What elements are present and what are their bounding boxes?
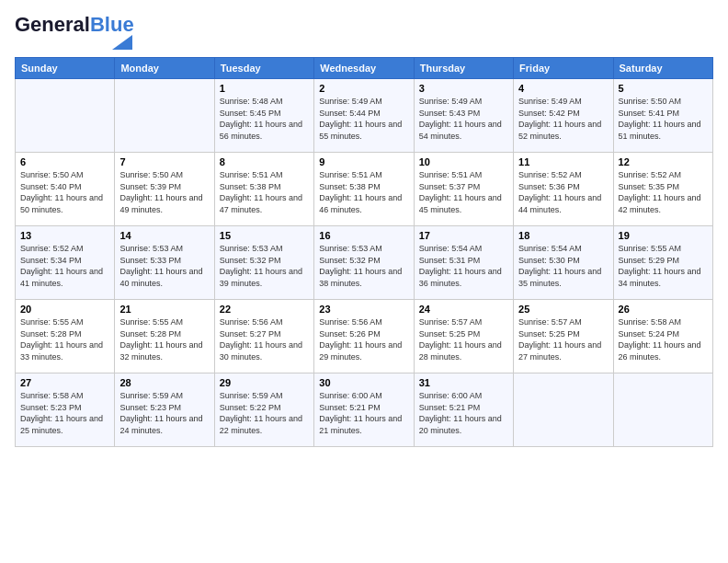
logo: General Blue xyxy=(15,15,134,50)
calendar-cell: 7Sunrise: 5:50 AM Sunset: 5:39 PM Daylig… xyxy=(115,153,214,226)
day-info: Sunrise: 5:57 AM Sunset: 5:25 PM Dayligh… xyxy=(419,316,508,362)
calendar-cell: 22Sunrise: 5:56 AM Sunset: 5:27 PM Dayli… xyxy=(214,300,313,373)
day-number: 30 xyxy=(319,377,408,388)
calendar-cell: 20Sunrise: 5:55 AM Sunset: 5:28 PM Dayli… xyxy=(16,300,115,373)
day-info: Sunrise: 5:50 AM Sunset: 5:39 PM Dayligh… xyxy=(119,169,209,215)
calendar-week-3: 20Sunrise: 5:55 AM Sunset: 5:28 PM Dayli… xyxy=(16,300,713,373)
day-info: Sunrise: 5:53 AM Sunset: 5:33 PM Dayligh… xyxy=(119,243,209,289)
header-day-tuesday: Tuesday xyxy=(214,58,313,79)
day-number: 13 xyxy=(20,230,109,241)
day-info: Sunrise: 6:00 AM Sunset: 5:21 PM Dayligh… xyxy=(419,390,508,436)
calendar-cell: 16Sunrise: 5:53 AM Sunset: 5:32 PM Dayli… xyxy=(314,226,414,300)
day-info: Sunrise: 5:51 AM Sunset: 5:38 PM Dayligh… xyxy=(319,169,408,215)
day-number: 14 xyxy=(119,230,209,241)
day-info: Sunrise: 5:54 AM Sunset: 5:31 PM Dayligh… xyxy=(419,243,508,289)
day-info: Sunrise: 5:56 AM Sunset: 5:26 PM Dayligh… xyxy=(319,316,408,362)
calendar-cell: 18Sunrise: 5:54 AM Sunset: 5:30 PM Dayli… xyxy=(514,226,613,300)
page-header: General Blue xyxy=(15,15,713,50)
day-info: Sunrise: 5:49 AM Sunset: 5:42 PM Dayligh… xyxy=(518,96,608,142)
calendar-cell: 23Sunrise: 5:56 AM Sunset: 5:26 PM Dayli… xyxy=(314,300,414,373)
day-info: Sunrise: 6:00 AM Sunset: 5:21 PM Dayligh… xyxy=(319,390,408,436)
calendar-cell: 6Sunrise: 5:50 AM Sunset: 5:40 PM Daylig… xyxy=(16,153,115,226)
day-info: Sunrise: 5:56 AM Sunset: 5:27 PM Dayligh… xyxy=(220,316,309,362)
day-number: 22 xyxy=(220,304,309,315)
calendar-week-1: 6Sunrise: 5:50 AM Sunset: 5:40 PM Daylig… xyxy=(16,153,713,226)
day-info: Sunrise: 5:55 AM Sunset: 5:28 PM Dayligh… xyxy=(119,316,209,362)
day-number: 10 xyxy=(419,156,508,167)
day-info: Sunrise: 5:58 AM Sunset: 5:23 PM Dayligh… xyxy=(20,390,109,436)
day-number: 8 xyxy=(220,156,309,167)
day-number: 20 xyxy=(20,304,109,315)
logo-blue: Blue xyxy=(90,15,134,35)
header-day-friday: Friday xyxy=(514,58,613,79)
day-info: Sunrise: 5:55 AM Sunset: 5:28 PM Dayligh… xyxy=(20,316,109,362)
day-info: Sunrise: 5:52 AM Sunset: 5:35 PM Dayligh… xyxy=(619,169,708,215)
day-number: 25 xyxy=(518,304,608,315)
day-info: Sunrise: 5:49 AM Sunset: 5:44 PM Dayligh… xyxy=(319,96,408,142)
calendar-cell xyxy=(613,373,712,447)
day-number: 24 xyxy=(419,304,508,315)
calendar-cell: 26Sunrise: 5:58 AM Sunset: 5:24 PM Dayli… xyxy=(613,300,712,373)
logo-general: General xyxy=(15,15,90,35)
calendar-cell: 25Sunrise: 5:57 AM Sunset: 5:25 PM Dayli… xyxy=(514,300,613,373)
calendar-cell xyxy=(16,79,115,153)
day-info: Sunrise: 5:53 AM Sunset: 5:32 PM Dayligh… xyxy=(319,243,408,289)
calendar-cell: 11Sunrise: 5:52 AM Sunset: 5:36 PM Dayli… xyxy=(514,153,613,226)
day-info: Sunrise: 5:48 AM Sunset: 5:45 PM Dayligh… xyxy=(220,96,309,142)
day-info: Sunrise: 5:50 AM Sunset: 5:40 PM Dayligh… xyxy=(20,169,109,215)
day-number: 26 xyxy=(619,304,708,315)
day-info: Sunrise: 5:49 AM Sunset: 5:43 PM Dayligh… xyxy=(419,96,508,142)
day-number: 2 xyxy=(319,83,408,94)
day-info: Sunrise: 5:59 AM Sunset: 5:22 PM Dayligh… xyxy=(220,390,309,436)
day-number: 27 xyxy=(20,377,109,388)
calendar-cell xyxy=(115,79,214,153)
calendar-cell: 29Sunrise: 5:59 AM Sunset: 5:22 PM Dayli… xyxy=(214,373,313,447)
day-number: 3 xyxy=(419,83,508,94)
calendar-cell: 14Sunrise: 5:53 AM Sunset: 5:33 PM Dayli… xyxy=(115,226,214,300)
calendar-cell: 30Sunrise: 6:00 AM Sunset: 5:21 PM Dayli… xyxy=(314,373,414,447)
day-info: Sunrise: 5:52 AM Sunset: 5:36 PM Dayligh… xyxy=(518,169,608,215)
day-number: 15 xyxy=(220,230,309,241)
calendar-cell: 31Sunrise: 6:00 AM Sunset: 5:21 PM Dayli… xyxy=(414,373,513,447)
header-day-thursday: Thursday xyxy=(414,58,513,79)
day-number: 4 xyxy=(518,83,608,94)
header-day-wednesday: Wednesday xyxy=(314,58,414,79)
day-number: 1 xyxy=(220,83,309,94)
day-number: 29 xyxy=(220,377,309,388)
day-info: Sunrise: 5:55 AM Sunset: 5:29 PM Dayligh… xyxy=(619,243,708,289)
calendar-table: SundayMondayTuesdayWednesdayThursdayFrid… xyxy=(15,57,713,447)
day-info: Sunrise: 5:59 AM Sunset: 5:23 PM Dayligh… xyxy=(119,390,209,436)
day-info: Sunrise: 5:54 AM Sunset: 5:30 PM Dayligh… xyxy=(518,243,608,289)
calendar-cell: 5Sunrise: 5:50 AM Sunset: 5:41 PM Daylig… xyxy=(613,79,712,153)
day-number: 16 xyxy=(319,230,408,241)
calendar-cell: 27Sunrise: 5:58 AM Sunset: 5:23 PM Dayli… xyxy=(16,373,115,447)
day-number: 9 xyxy=(319,156,408,167)
calendar-cell: 10Sunrise: 5:51 AM Sunset: 5:37 PM Dayli… xyxy=(414,153,513,226)
calendar-cell: 8Sunrise: 5:51 AM Sunset: 5:38 PM Daylig… xyxy=(214,153,313,226)
calendar-cell: 15Sunrise: 5:53 AM Sunset: 5:32 PM Dayli… xyxy=(214,226,313,300)
day-number: 5 xyxy=(619,83,708,94)
day-number: 18 xyxy=(518,230,608,241)
calendar-cell: 17Sunrise: 5:54 AM Sunset: 5:31 PM Dayli… xyxy=(414,226,513,300)
day-number: 12 xyxy=(619,156,708,167)
day-number: 31 xyxy=(419,377,508,388)
calendar-cell: 24Sunrise: 5:57 AM Sunset: 5:25 PM Dayli… xyxy=(414,300,513,373)
calendar-cell: 28Sunrise: 5:59 AM Sunset: 5:23 PM Dayli… xyxy=(115,373,214,447)
day-number: 21 xyxy=(119,304,209,315)
day-number: 19 xyxy=(619,230,708,241)
header-row: SundayMondayTuesdayWednesdayThursdayFrid… xyxy=(16,58,713,79)
calendar-cell xyxy=(514,373,613,447)
calendar-cell: 9Sunrise: 5:51 AM Sunset: 5:38 PM Daylig… xyxy=(314,153,414,226)
header-day-monday: Monday xyxy=(115,58,214,79)
header-day-saturday: Saturday xyxy=(613,58,712,79)
calendar-cell: 4Sunrise: 5:49 AM Sunset: 5:42 PM Daylig… xyxy=(514,79,613,153)
day-number: 11 xyxy=(518,156,608,167)
calendar-cell: 21Sunrise: 5:55 AM Sunset: 5:28 PM Dayli… xyxy=(115,300,214,373)
calendar-cell: 13Sunrise: 5:52 AM Sunset: 5:34 PM Dayli… xyxy=(16,226,115,300)
calendar-cell: 3Sunrise: 5:49 AM Sunset: 5:43 PM Daylig… xyxy=(414,79,513,153)
day-info: Sunrise: 5:52 AM Sunset: 5:34 PM Dayligh… xyxy=(20,243,109,289)
day-info: Sunrise: 5:51 AM Sunset: 5:37 PM Dayligh… xyxy=(419,169,508,215)
header-day-sunday: Sunday xyxy=(16,58,115,79)
day-info: Sunrise: 5:51 AM Sunset: 5:38 PM Dayligh… xyxy=(220,169,309,215)
calendar-week-0: 1Sunrise: 5:48 AM Sunset: 5:45 PM Daylig… xyxy=(16,79,713,153)
